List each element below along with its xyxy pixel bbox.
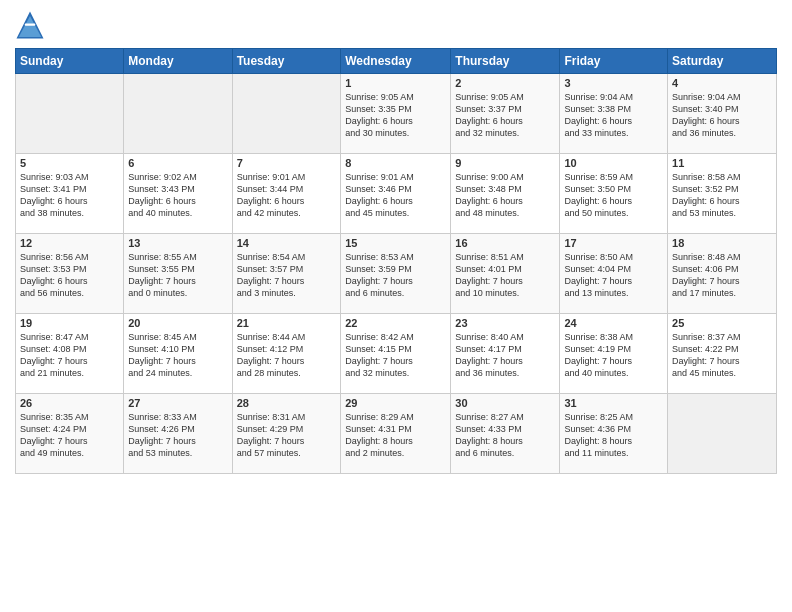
calendar-header-row: SundayMondayTuesdayWednesdayThursdayFrid… bbox=[16, 49, 777, 74]
calendar-cell: 30Sunrise: 8:27 AM Sunset: 4:33 PM Dayli… bbox=[451, 394, 560, 474]
calendar-cell: 19Sunrise: 8:47 AM Sunset: 4:08 PM Dayli… bbox=[16, 314, 124, 394]
calendar-cell: 18Sunrise: 8:48 AM Sunset: 4:06 PM Dayli… bbox=[668, 234, 777, 314]
day-number: 21 bbox=[237, 317, 337, 329]
day-number: 14 bbox=[237, 237, 337, 249]
day-number: 26 bbox=[20, 397, 119, 409]
calendar-cell: 10Sunrise: 8:59 AM Sunset: 3:50 PM Dayli… bbox=[560, 154, 668, 234]
day-info: Sunrise: 9:01 AM Sunset: 3:46 PM Dayligh… bbox=[345, 171, 446, 220]
calendar-table: SundayMondayTuesdayWednesdayThursdayFrid… bbox=[15, 48, 777, 474]
day-info: Sunrise: 8:38 AM Sunset: 4:19 PM Dayligh… bbox=[564, 331, 663, 380]
calendar-cell: 24Sunrise: 8:38 AM Sunset: 4:19 PM Dayli… bbox=[560, 314, 668, 394]
calendar-cell bbox=[124, 74, 232, 154]
day-number: 28 bbox=[237, 397, 337, 409]
day-info: Sunrise: 8:54 AM Sunset: 3:57 PM Dayligh… bbox=[237, 251, 337, 300]
day-number: 6 bbox=[128, 157, 227, 169]
day-number: 9 bbox=[455, 157, 555, 169]
header-thursday: Thursday bbox=[451, 49, 560, 74]
day-info: Sunrise: 8:27 AM Sunset: 4:33 PM Dayligh… bbox=[455, 411, 555, 460]
day-number: 13 bbox=[128, 237, 227, 249]
header-saturday: Saturday bbox=[668, 49, 777, 74]
day-info: Sunrise: 8:48 AM Sunset: 4:06 PM Dayligh… bbox=[672, 251, 772, 300]
page-header bbox=[15, 10, 777, 40]
calendar-cell: 28Sunrise: 8:31 AM Sunset: 4:29 PM Dayli… bbox=[232, 394, 341, 474]
calendar-cell: 25Sunrise: 8:37 AM Sunset: 4:22 PM Dayli… bbox=[668, 314, 777, 394]
day-info: Sunrise: 8:53 AM Sunset: 3:59 PM Dayligh… bbox=[345, 251, 446, 300]
day-number: 24 bbox=[564, 317, 663, 329]
calendar-cell: 12Sunrise: 8:56 AM Sunset: 3:53 PM Dayli… bbox=[16, 234, 124, 314]
calendar-cell: 21Sunrise: 8:44 AM Sunset: 4:12 PM Dayli… bbox=[232, 314, 341, 394]
day-number: 17 bbox=[564, 237, 663, 249]
day-number: 2 bbox=[455, 77, 555, 89]
calendar-cell bbox=[232, 74, 341, 154]
calendar-cell: 7Sunrise: 9:01 AM Sunset: 3:44 PM Daylig… bbox=[232, 154, 341, 234]
header-wednesday: Wednesday bbox=[341, 49, 451, 74]
day-info: Sunrise: 9:05 AM Sunset: 3:35 PM Dayligh… bbox=[345, 91, 446, 140]
day-info: Sunrise: 9:04 AM Sunset: 3:38 PM Dayligh… bbox=[564, 91, 663, 140]
day-info: Sunrise: 9:05 AM Sunset: 3:37 PM Dayligh… bbox=[455, 91, 555, 140]
day-info: Sunrise: 8:37 AM Sunset: 4:22 PM Dayligh… bbox=[672, 331, 772, 380]
day-info: Sunrise: 8:47 AM Sunset: 4:08 PM Dayligh… bbox=[20, 331, 119, 380]
day-info: Sunrise: 9:01 AM Sunset: 3:44 PM Dayligh… bbox=[237, 171, 337, 220]
calendar-cell: 2Sunrise: 9:05 AM Sunset: 3:37 PM Daylig… bbox=[451, 74, 560, 154]
day-info: Sunrise: 8:51 AM Sunset: 4:01 PM Dayligh… bbox=[455, 251, 555, 300]
day-number: 27 bbox=[128, 397, 227, 409]
calendar-cell: 22Sunrise: 8:42 AM Sunset: 4:15 PM Dayli… bbox=[341, 314, 451, 394]
day-number: 22 bbox=[345, 317, 446, 329]
day-info: Sunrise: 8:29 AM Sunset: 4:31 PM Dayligh… bbox=[345, 411, 446, 460]
calendar-cell: 15Sunrise: 8:53 AM Sunset: 3:59 PM Dayli… bbox=[341, 234, 451, 314]
calendar-cell: 11Sunrise: 8:58 AM Sunset: 3:52 PM Dayli… bbox=[668, 154, 777, 234]
day-info: Sunrise: 8:55 AM Sunset: 3:55 PM Dayligh… bbox=[128, 251, 227, 300]
day-number: 29 bbox=[345, 397, 446, 409]
day-info: Sunrise: 9:02 AM Sunset: 3:43 PM Dayligh… bbox=[128, 171, 227, 220]
calendar-cell bbox=[16, 74, 124, 154]
calendar-week-2: 5Sunrise: 9:03 AM Sunset: 3:41 PM Daylig… bbox=[16, 154, 777, 234]
day-number: 16 bbox=[455, 237, 555, 249]
calendar-cell: 14Sunrise: 8:54 AM Sunset: 3:57 PM Dayli… bbox=[232, 234, 341, 314]
calendar-cell: 27Sunrise: 8:33 AM Sunset: 4:26 PM Dayli… bbox=[124, 394, 232, 474]
calendar-cell: 17Sunrise: 8:50 AM Sunset: 4:04 PM Dayli… bbox=[560, 234, 668, 314]
calendar-week-4: 19Sunrise: 8:47 AM Sunset: 4:08 PM Dayli… bbox=[16, 314, 777, 394]
header-tuesday: Tuesday bbox=[232, 49, 341, 74]
day-number: 19 bbox=[20, 317, 119, 329]
day-number: 1 bbox=[345, 77, 446, 89]
day-info: Sunrise: 8:40 AM Sunset: 4:17 PM Dayligh… bbox=[455, 331, 555, 380]
day-info: Sunrise: 8:50 AM Sunset: 4:04 PM Dayligh… bbox=[564, 251, 663, 300]
calendar-cell: 31Sunrise: 8:25 AM Sunset: 4:36 PM Dayli… bbox=[560, 394, 668, 474]
logo bbox=[15, 10, 49, 40]
day-number: 20 bbox=[128, 317, 227, 329]
day-info: Sunrise: 8:58 AM Sunset: 3:52 PM Dayligh… bbox=[672, 171, 772, 220]
calendar-week-5: 26Sunrise: 8:35 AM Sunset: 4:24 PM Dayli… bbox=[16, 394, 777, 474]
calendar-cell: 23Sunrise: 8:40 AM Sunset: 4:17 PM Dayli… bbox=[451, 314, 560, 394]
header-friday: Friday bbox=[560, 49, 668, 74]
day-number: 10 bbox=[564, 157, 663, 169]
calendar-week-3: 12Sunrise: 8:56 AM Sunset: 3:53 PM Dayli… bbox=[16, 234, 777, 314]
header-monday: Monday bbox=[124, 49, 232, 74]
day-info: Sunrise: 9:03 AM Sunset: 3:41 PM Dayligh… bbox=[20, 171, 119, 220]
calendar-cell: 4Sunrise: 9:04 AM Sunset: 3:40 PM Daylig… bbox=[668, 74, 777, 154]
calendar-cell bbox=[668, 394, 777, 474]
day-number: 11 bbox=[672, 157, 772, 169]
day-number: 15 bbox=[345, 237, 446, 249]
day-number: 25 bbox=[672, 317, 772, 329]
calendar-cell: 29Sunrise: 8:29 AM Sunset: 4:31 PM Dayli… bbox=[341, 394, 451, 474]
calendar-cell: 26Sunrise: 8:35 AM Sunset: 4:24 PM Dayli… bbox=[16, 394, 124, 474]
svg-rect-2 bbox=[25, 24, 36, 26]
day-info: Sunrise: 9:00 AM Sunset: 3:48 PM Dayligh… bbox=[455, 171, 555, 220]
day-info: Sunrise: 8:35 AM Sunset: 4:24 PM Dayligh… bbox=[20, 411, 119, 460]
day-number: 7 bbox=[237, 157, 337, 169]
calendar-cell: 3Sunrise: 9:04 AM Sunset: 3:38 PM Daylig… bbox=[560, 74, 668, 154]
day-number: 18 bbox=[672, 237, 772, 249]
logo-icon bbox=[15, 10, 45, 40]
day-number: 31 bbox=[564, 397, 663, 409]
day-number: 4 bbox=[672, 77, 772, 89]
day-info: Sunrise: 8:31 AM Sunset: 4:29 PM Dayligh… bbox=[237, 411, 337, 460]
day-info: Sunrise: 8:44 AM Sunset: 4:12 PM Dayligh… bbox=[237, 331, 337, 380]
day-info: Sunrise: 8:56 AM Sunset: 3:53 PM Dayligh… bbox=[20, 251, 119, 300]
calendar-cell: 9Sunrise: 9:00 AM Sunset: 3:48 PM Daylig… bbox=[451, 154, 560, 234]
day-info: Sunrise: 8:42 AM Sunset: 4:15 PM Dayligh… bbox=[345, 331, 446, 380]
calendar-cell: 5Sunrise: 9:03 AM Sunset: 3:41 PM Daylig… bbox=[16, 154, 124, 234]
calendar-cell: 16Sunrise: 8:51 AM Sunset: 4:01 PM Dayli… bbox=[451, 234, 560, 314]
svg-marker-1 bbox=[19, 16, 42, 37]
calendar-cell: 20Sunrise: 8:45 AM Sunset: 4:10 PM Dayli… bbox=[124, 314, 232, 394]
day-number: 5 bbox=[20, 157, 119, 169]
